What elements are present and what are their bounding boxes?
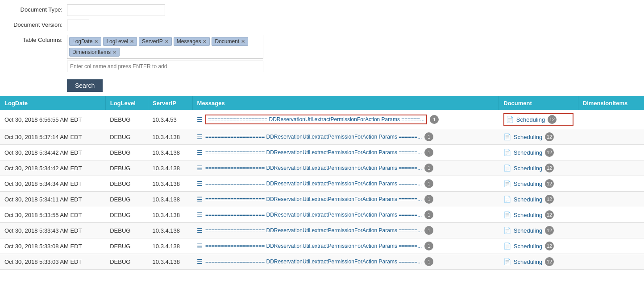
cell-messages: ☰=================== DDReservationUtil.e… [192,176,499,192]
cell-logdate: Oct 30, 2018 5:33:55 AM EDT [0,207,105,223]
cell-logdate: Oct 30, 2018 5:33:08 AM EDT [0,238,105,254]
cell-serverip: 10.3.4.138 [148,129,192,145]
document-name: Scheduling [514,212,542,218]
cell-loglevel: DEBUG [105,160,148,176]
cell-serverip: 10.3.4.138 [148,192,192,207]
table-header-loglevel: LogLevel [105,96,148,110]
cell-document[interactable]: 📄Scheduling12 [499,254,578,270]
list-icon: ☰ [197,164,203,172]
document-name: Scheduling [514,243,542,250]
tag-label: Document [215,38,239,45]
cell-logdate: Oct 30, 2018 6:56:55 AM EDT [0,110,105,129]
document-badge: 12 [548,115,557,124]
cell-serverip: 10.3.4.53 [148,110,192,129]
document-icon: 📄 [503,258,511,265]
cell-serverip: 10.3.4.138 [148,176,192,192]
cell-messages: ☰=================== DDReservationUtil.e… [192,110,499,129]
tag-remove[interactable]: ✕ [241,39,245,45]
list-icon: ☰ [197,149,203,156]
table-header-logdate: LogDate [0,96,105,110]
message-badge: 1 [424,179,433,188]
document-badge: 12 [545,148,554,157]
cell-document[interactable]: 📄Scheduling12 [499,223,578,238]
message-badge: 1 [430,115,439,124]
table-row: Oct 30, 2018 5:33:55 AM EDTDEBUG10.3.4.1… [0,207,644,223]
table-header-serverip: ServerIP [148,96,192,110]
cell-document[interactable]: 📄Scheduling12 [499,192,578,207]
col-name-input[interactable] [67,61,263,72]
message-badge: 1 [424,132,433,141]
cell-logdate: Oct 30, 2018 5:34:34 AM EDT [0,176,105,192]
message-badge: 1 [424,226,433,235]
document-icon: 📄 [503,211,511,218]
message-badge: 1 [424,242,433,250]
cell-serverip: 10.3.4.138 [148,160,192,176]
message-badge: 1 [424,257,433,266]
cell-serverip: 10.3.4.138 [148,223,192,238]
cell-document[interactable]: 📄Scheduling12 [499,176,578,192]
cell-messages: ☰=================== DDReservationUtil.e… [192,192,499,207]
tag-remove[interactable]: ✕ [203,39,207,45]
document-name: Scheduling [516,116,545,123]
search-button[interactable]: Search [67,79,103,92]
message-text: =================== DDReservationUtil.ex… [205,165,422,171]
column-tag: Messages✕ [174,37,210,46]
message-text: =================== DDReservationUtil.ex… [205,134,422,140]
message-text: =================== DDReservationUtil.ex… [205,212,422,218]
cell-document[interactable]: 📄Scheduling12 [499,207,578,223]
tag-label: Messages [177,38,201,45]
document-version-input[interactable] [67,20,89,31]
document-name: Scheduling [514,165,542,172]
cell-document[interactable]: 📄Scheduling12 [499,160,578,176]
message-text: =================== DDReservationUtil.ex… [205,180,422,187]
results-table-wrapper: LogDateLogLevelServerIPMessagesDocumentD… [0,96,644,270]
tag-remove[interactable]: ✕ [94,39,98,45]
document-badge: 12 [545,179,554,188]
document-name: Scheduling [514,134,542,140]
cell-serverip: 10.3.4.138 [148,238,192,254]
table-columns-label: Table Columns: [9,35,67,43]
table-row: Oct 30, 2018 5:37:14 AM EDTDEBUG10.3.4.1… [0,129,644,145]
cell-logdate: Oct 30, 2018 5:34:11 AM EDT [0,192,105,207]
cell-serverip: 10.3.4.138 [148,207,192,223]
tag-remove[interactable]: ✕ [112,49,116,55]
document-name: Scheduling [514,227,542,234]
cell-document[interactable]: 📄Scheduling12 [499,110,578,129]
cell-document[interactable]: 📄Scheduling12 [499,238,578,254]
table-header-dimensionitems: DimensionItems [578,96,644,110]
cell-loglevel: DEBUG [105,238,148,254]
results-table: LogDateLogLevelServerIPMessagesDocumentD… [0,96,644,270]
tag-label: LogLevel [106,38,128,45]
cell-serverip: 10.3.4.138 [148,145,192,160]
cell-dimensionitems [578,207,644,223]
document-type-input[interactable] [67,4,165,16]
table-row: Oct 30, 2018 6:56:55 AM EDTDEBUG10.3.4.5… [0,110,644,129]
cell-document[interactable]: 📄Scheduling12 [499,145,578,160]
message-badge: 1 [424,164,433,172]
document-name: Scheduling [514,180,542,187]
cell-loglevel: DEBUG [105,223,148,238]
document-type-label: Document Type: [9,4,67,13]
tag-remove[interactable]: ✕ [165,39,169,45]
table-header-messages: Messages [192,96,499,110]
document-badge: 12 [545,164,554,172]
document-badge: 12 [545,210,554,219]
message-text: =================== DDReservationUtil.ex… [205,149,422,156]
table-header-document: Document [499,96,578,110]
cell-document[interactable]: 📄Scheduling12 [499,129,578,145]
tag-remove[interactable]: ✕ [130,39,134,45]
cell-loglevel: DEBUG [105,129,148,145]
table-row: Oct 30, 2018 5:33:43 AM EDTDEBUG10.3.4.1… [0,223,644,238]
column-tag: DimensionItems✕ [69,48,120,57]
document-icon: 📄 [503,149,511,156]
tag-label: LogDate [72,38,92,45]
cell-loglevel: DEBUG [105,110,148,129]
cell-dimensionitems [578,176,644,192]
table-row: Oct 30, 2018 5:33:08 AM EDTDEBUG10.3.4.1… [0,238,644,254]
cell-dimensionitems [578,160,644,176]
column-tag: LogLevel✕ [103,37,137,46]
cell-dimensionitems [578,129,644,145]
cell-messages: ☰=================== DDReservationUtil.e… [192,160,499,176]
message-text: =================== DDReservationUtil.ex… [205,243,422,249]
tags-container: LogDate✕LogLevel✕ServerIP✕Messages✕Docum… [67,35,263,59]
